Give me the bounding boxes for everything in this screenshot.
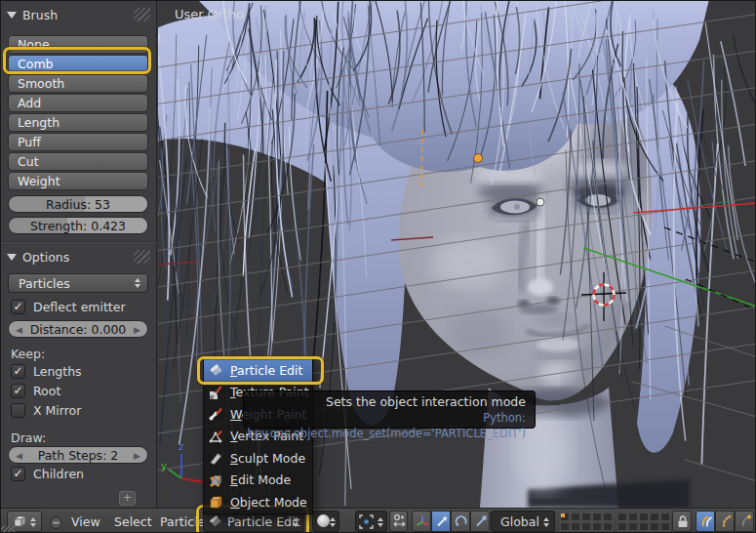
keep-lengths-row[interactable]: ✓ Lengths: [11, 364, 82, 379]
path-steps-field[interactable]: ◀ Path Steps: 2 ▶: [8, 446, 148, 464]
scene-lock-toggle[interactable]: [672, 511, 692, 532]
distance-field[interactable]: ◀ Distance: 0.000 ▶: [8, 320, 148, 338]
keep-label: Keep:: [11, 347, 45, 361]
particle-key-orange[interactable]: [474, 154, 483, 163]
add-plus-icon[interactable]: +: [119, 491, 136, 506]
deflect-emitter-checkbox[interactable]: ✓: [11, 300, 25, 314]
collapse-triangle-icon: [7, 12, 17, 19]
path-steps-value: Path Steps: 2: [9, 448, 147, 463]
tooltip-title: Sets the object interaction mode: [244, 394, 526, 410]
menu-item-sculpt-mode[interactable]: Sculpt Mode: [204, 447, 312, 470]
brush-weight-button[interactable]: Weight: [8, 172, 148, 190]
tooltip: Sets the object interaction mode Python:…: [243, 390, 536, 429]
particle-menu[interactable]: Particle: [160, 514, 205, 529]
panel-drag-grip[interactable]: [134, 8, 150, 21]
root-checkbox[interactable]: ✓: [11, 384, 25, 398]
left-eye: [488, 198, 540, 220]
lock-icon: [675, 513, 691, 529]
view-menu[interactable]: View: [71, 514, 100, 529]
viewport-header: − View Select Particle Particle Edit: [1, 508, 756, 533]
scale-manipulator-toggle[interactable]: [470, 511, 490, 532]
layer-cell-active[interactable]: [560, 512, 570, 521]
radius-slider-value: Radius: 53: [9, 197, 147, 212]
particle-key-white[interactable]: [537, 198, 544, 206]
path-select-mode-toggle[interactable]: [696, 511, 715, 532]
rotate-manipulator-toggle[interactable]: [451, 511, 470, 532]
edit-mode-icon: [208, 472, 223, 488]
menu-item-object-mode[interactable]: Object Mode: [204, 491, 312, 513]
translate-manipulator-toggle[interactable]: [431, 511, 451, 532]
pivot-point-icon: [358, 513, 375, 530]
children-checkbox[interactable]: ✓: [11, 467, 25, 481]
collapse-triangle-icon: [7, 254, 17, 261]
gizmo-z-label: z: [179, 441, 183, 452]
pivot-point-selector[interactable]: [355, 511, 387, 532]
weight-paint-icon: [208, 406, 223, 422]
tooltip-python: Python: bpy.ops.object.mode_set(mode='PA…: [244, 410, 526, 441]
object-mode-icon: [208, 494, 223, 510]
collapse-menus-icon[interactable]: −: [50, 516, 62, 529]
x-mirror-checkbox[interactable]: [11, 403, 25, 418]
brush-comb-button[interactable]: Comb: [8, 55, 148, 73]
scale-manipulator-icon: [473, 513, 489, 529]
texture-paint-icon: [208, 385, 223, 400]
rotate-manipulator-icon: [454, 513, 469, 529]
updown-arrows-icon: [378, 517, 383, 527]
window-resize-grip[interactable]: [1, 526, 15, 533]
brush-puff-button[interactable]: Puff: [8, 133, 148, 151]
options-panel-title: Options: [22, 250, 69, 265]
manipulate-centers-icon: [392, 513, 407, 529]
brush-panel-title: Brush: [22, 8, 58, 22]
layers-widget-left[interactable]: [560, 512, 613, 531]
draw-label: Draw:: [11, 430, 46, 445]
x-mirror-row[interactable]: X Mirror: [11, 403, 81, 418]
point-select-mode-toggle[interactable]: [715, 511, 735, 532]
brush-length-button[interactable]: Length: [8, 113, 148, 132]
radius-slider[interactable]: Radius: 53: [8, 195, 148, 213]
strength-slider[interactable]: Strength: 0.423: [8, 217, 148, 234]
keep-root-row[interactable]: ✓ Root: [11, 384, 60, 398]
children-label: Children: [33, 467, 84, 481]
viewport-shading-sphere-icon: [317, 514, 330, 527]
brush-cut-button[interactable]: Cut: [8, 152, 148, 171]
select-menu[interactable]: Select: [114, 514, 152, 529]
menu-item-particle-edit[interactable]: Particle Edit: [204, 359, 312, 382]
menu-item-edit-mode[interactable]: Edit Mode: [204, 470, 312, 492]
panel-drag-grip[interactable]: [134, 250, 150, 264]
deflect-emitter-label: Deflect emitter: [33, 300, 126, 314]
tip-select-icon: [737, 513, 753, 529]
options-panel-header[interactable]: Options: [7, 248, 69, 266]
increment-arrow-icon[interactable]: ▶: [134, 451, 140, 461]
children-row[interactable]: ✓ Children: [11, 467, 84, 481]
updown-arrows-icon: [293, 517, 298, 527]
particles-dropdown-value: Particles: [19, 276, 70, 291]
translate-manipulator-icon: [434, 513, 450, 529]
brush-panel-header[interactable]: Brush: [7, 6, 58, 23]
mode-selector-label: Particle Edit: [227, 514, 299, 529]
brush-add-button[interactable]: Add: [8, 94, 148, 112]
updown-arrows-icon: [30, 517, 36, 527]
layers-widget-right[interactable]: [617, 512, 670, 531]
gizmo-y-label: y: [161, 461, 167, 472]
x-mirror-label: X Mirror: [33, 403, 81, 418]
viewport-shading-selector[interactable]: [312, 511, 339, 532]
orientation-selector[interactable]: Global: [491, 511, 555, 532]
manipulate-centers-toggle[interactable]: [389, 511, 408, 532]
view-label: User Ortho: [175, 7, 244, 21]
particles-dropdown[interactable]: Particles: [8, 273, 148, 293]
brush-none-button[interactable]: None: [8, 35, 148, 54]
manipulator-axes-toggle[interactable]: [412, 511, 431, 532]
comb-icon: [208, 513, 222, 531]
distance-value: Distance: 0.000: [9, 322, 147, 337]
root-label: Root: [33, 384, 60, 398]
updown-arrows-icon: [135, 278, 140, 288]
strength-slider-value: Strength: 0.423: [9, 219, 147, 233]
brush-smooth-button[interactable]: Smooth: [8, 74, 148, 93]
updown-arrows-icon: [543, 517, 549, 527]
increment-arrow-icon[interactable]: ▶: [134, 325, 140, 335]
deflect-emitter-row[interactable]: ✓ Deflect emitter: [11, 300, 126, 314]
lengths-checkbox[interactable]: ✓: [11, 364, 25, 379]
lengths-label: Lengths: [33, 364, 82, 379]
tip-select-mode-toggle[interactable]: [735, 511, 754, 532]
axes-icon: [415, 513, 430, 529]
